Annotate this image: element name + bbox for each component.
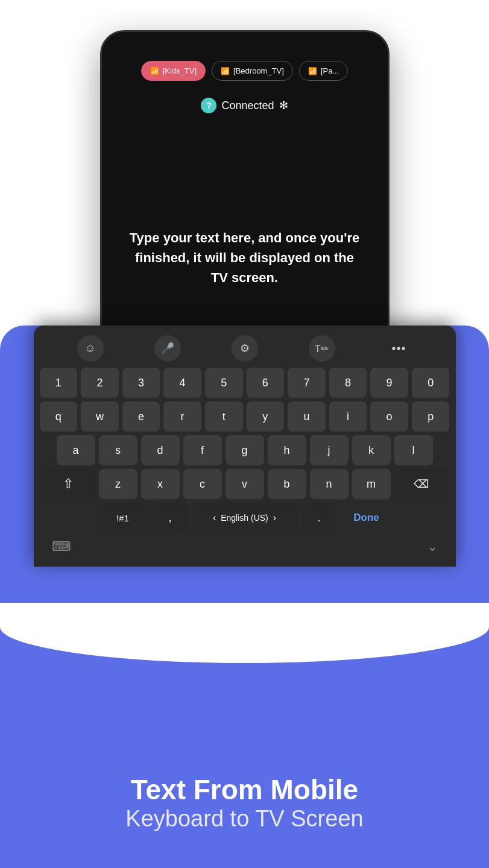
key-i[interactable]: i — [329, 401, 367, 432]
lang-prev-icon: ‹ — [213, 512, 216, 523]
tv-tab-partial-label: [Pa... — [321, 66, 339, 75]
settings-button[interactable]: ⚙ — [232, 335, 258, 362]
key-a[interactable]: a — [57, 435, 95, 465]
wifi-icon-bedroom: 📶 — [221, 67, 230, 75]
wifi-icon-partial: 📶 — [308, 67, 317, 75]
key-d[interactable]: d — [141, 435, 180, 465]
key-f[interactable]: f — [183, 435, 222, 465]
microphone-button[interactable]: 🎤 — [154, 335, 181, 362]
key-c[interactable]: c — [183, 469, 222, 499]
symbols-key[interactable]: !#1 — [96, 503, 150, 533]
phone-notch — [241, 39, 248, 46]
key-2[interactable]: 2 — [81, 368, 119, 398]
comma-key[interactable]: , — [154, 503, 187, 533]
bluetooth-icon: ❇ — [279, 99, 288, 112]
key-m[interactable]: m — [352, 469, 391, 499]
lang-next-icon: › — [273, 512, 276, 523]
key-3[interactable]: 3 — [122, 368, 160, 398]
bottom-subtitle: Keyboard to TV Screen — [125, 806, 363, 832]
keyboard: ☺ 🎤 ⚙ T✏ ••• 1 2 3 4 5 6 7 8 9 0 q w e r… — [34, 326, 456, 567]
key-7[interactable]: 7 — [288, 368, 326, 398]
emoji-button[interactable]: ☺ — [77, 335, 104, 362]
key-8[interactable]: 8 — [329, 368, 367, 398]
tv-tab-bedroom-label: [Bedroom_TV] — [233, 66, 284, 75]
bottom-row: !#1 , ‹ English (US) › . Done — [40, 503, 450, 533]
key-5[interactable]: 5 — [205, 368, 243, 398]
tv-tab-kids[interactable]: 📶 [Kids_TV] — [141, 61, 206, 81]
wave-decoration — [0, 603, 489, 663]
key-k[interactable]: k — [352, 435, 391, 465]
key-w[interactable]: w — [81, 401, 119, 432]
key-p[interactable]: p — [412, 401, 450, 432]
asdf-row: a s d f g h j k l — [40, 435, 450, 465]
keyboard-bottom-bar: ⌨ ⌄ — [40, 533, 450, 555]
key-e[interactable]: e — [122, 401, 160, 432]
text-edit-button[interactable]: T✏ — [309, 335, 335, 362]
shift-key[interactable]: ⇧ — [41, 469, 95, 499]
period-key[interactable]: . — [303, 503, 336, 533]
key-g[interactable]: g — [226, 435, 264, 465]
keyboard-layout-icon[interactable]: ⌨ — [52, 539, 71, 555]
key-z[interactable]: z — [99, 469, 137, 499]
key-b[interactable]: b — [268, 469, 306, 499]
key-y[interactable]: y — [247, 401, 285, 432]
language-key[interactable]: ‹ English (US) › — [191, 503, 299, 533]
connected-status: ? Connected ❇ — [201, 98, 288, 113]
key-o[interactable]: o — [370, 401, 408, 432]
key-r[interactable]: r — [163, 401, 201, 432]
key-1[interactable]: 1 — [40, 368, 78, 398]
key-9[interactable]: 9 — [370, 368, 408, 398]
key-u[interactable]: u — [288, 401, 326, 432]
done-key[interactable]: Done — [339, 503, 394, 533]
backspace-key[interactable]: ⌫ — [394, 469, 449, 499]
number-row: 1 2 3 4 5 6 7 8 9 0 — [40, 368, 450, 398]
key-4[interactable]: 4 — [163, 368, 201, 398]
key-l[interactable]: l — [394, 435, 433, 465]
more-button[interactable]: ••• — [386, 335, 412, 362]
language-label: English (US) — [221, 513, 268, 523]
bottom-title: Text From Mobile — [131, 774, 358, 806]
keyboard-toolbar: ☺ 🎤 ⚙ T✏ ••• — [40, 332, 450, 368]
tv-tab-bedroom[interactable]: 📶 [Bedroom_TV] — [212, 61, 293, 81]
key-6[interactable]: 6 — [247, 368, 285, 398]
connected-text: Connected — [221, 99, 274, 112]
key-q[interactable]: q — [40, 401, 78, 432]
key-j[interactable]: j — [310, 435, 349, 465]
keyboard-rows: 1 2 3 4 5 6 7 8 9 0 q w e r t y u i o p … — [40, 368, 450, 533]
key-x[interactable]: x — [141, 469, 180, 499]
key-s[interactable]: s — [99, 435, 137, 465]
qwerty-row: q w e r t y u i o p — [40, 401, 450, 432]
key-v[interactable]: v — [226, 469, 264, 499]
tv-tab-kids-label: [Kids_TV] — [163, 66, 197, 75]
status-question-icon: ? — [201, 98, 216, 113]
zxcv-row: ⇧ z x c v b n m ⌫ — [40, 469, 450, 499]
key-t[interactable]: t — [205, 401, 243, 432]
wifi-icon-kids: 📶 — [150, 67, 159, 75]
tv-display-text: Type your text here, and once you're fin… — [126, 228, 364, 288]
tv-tabs-container: 📶 [Kids_TV] 📶 [Bedroom_TV] 📶 [Pa... — [102, 56, 388, 86]
bottom-section: Text From Mobile Keyboard to TV Screen — [0, 639, 489, 868]
key-h[interactable]: h — [268, 435, 306, 465]
tv-tab-partial[interactable]: 📶 [Pa... — [299, 61, 348, 81]
key-n[interactable]: n — [310, 469, 349, 499]
key-0[interactable]: 0 — [412, 368, 450, 398]
keyboard-dismiss-icon[interactable]: ⌄ — [427, 539, 438, 555]
